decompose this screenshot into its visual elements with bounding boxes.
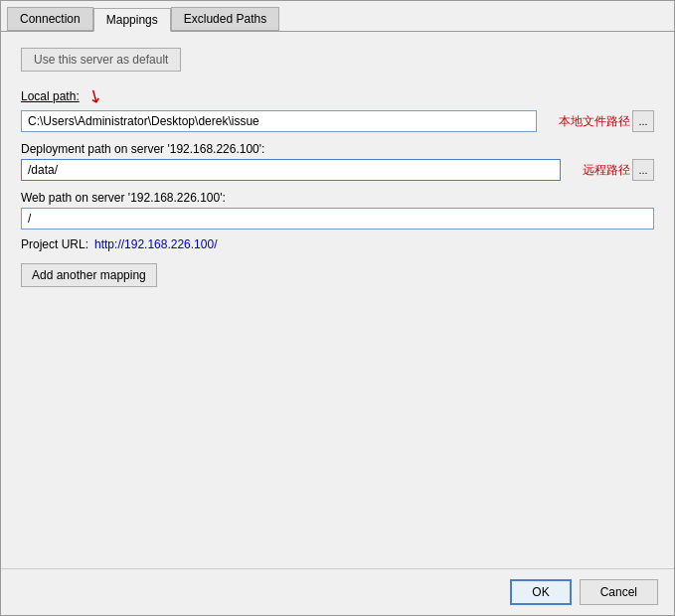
dialog: Connection Mappings Excluded Paths Use t… — [0, 0, 675, 616]
deployment-path-group: Deployment path on server '192.168.226.1… — [21, 142, 654, 181]
tab-content: Use this server as default Local path: ↘… — [1, 32, 674, 568]
cancel-button[interactable]: Cancel — [580, 579, 658, 605]
local-path-row: 本地文件路径 ... — [21, 110, 654, 132]
web-path-input[interactable] — [21, 208, 654, 230]
deployment-path-annotation: 远程路径 — [583, 162, 630, 179]
deployment-path-browse-button[interactable]: ... — [632, 159, 654, 181]
dialog-footer: OK Cancel — [1, 568, 674, 615]
ok-button[interactable]: OK — [510, 579, 571, 605]
web-path-label-text: Web path on server '192.168.226.100': — [21, 191, 226, 205]
project-url-label: Project URL: — [21, 237, 88, 251]
local-path-browse-button[interactable]: ... — [632, 110, 654, 132]
tabs-bar: Connection Mappings Excluded Paths — [1, 1, 674, 32]
web-path-row — [21, 208, 654, 230]
local-path-label-text: Local path: — [21, 89, 80, 103]
tab-excluded-paths[interactable]: Excluded Paths — [171, 7, 279, 31]
project-url-row: Project URL: http://192.168.226.100/ — [21, 237, 654, 251]
tab-mappings[interactable]: Mappings — [93, 8, 171, 32]
use-default-button[interactable]: Use this server as default — [21, 48, 181, 72]
project-url-link[interactable]: http://192.168.226.100/ — [94, 237, 217, 251]
local-path-group: Local path: ↘ 本地文件路径 ... — [21, 85, 654, 132]
local-path-label: Local path: ↘ — [21, 85, 654, 107]
add-mapping-button[interactable]: Add another mapping — [21, 263, 157, 287]
web-path-label: Web path on server '192.168.226.100': — [21, 191, 654, 205]
arrow-icon: ↘ — [83, 83, 106, 110]
local-path-input[interactable] — [21, 110, 537, 132]
deployment-path-input[interactable] — [21, 159, 561, 181]
deployment-path-label-text: Deployment path on server '192.168.226.1… — [21, 142, 264, 156]
deployment-path-label: Deployment path on server '192.168.226.1… — [21, 142, 654, 156]
tab-connection[interactable]: Connection — [7, 7, 93, 31]
web-path-group: Web path on server '192.168.226.100': — [21, 191, 654, 230]
local-path-annotation: 本地文件路径 — [559, 113, 630, 130]
deployment-path-row: 远程路径 ... — [21, 159, 654, 181]
